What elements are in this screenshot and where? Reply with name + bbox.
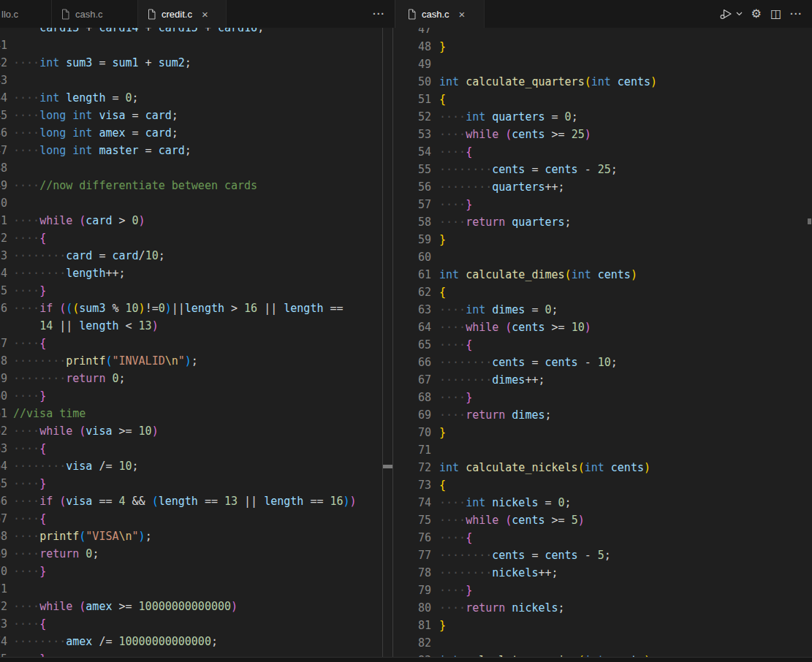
- code-line[interactable]: 65····{: [395, 336, 812, 354]
- code-line[interactable]: 69····return dimes;: [395, 406, 812, 424]
- code-line[interactable]: 75····while (cents >= 5): [395, 511, 812, 529]
- code-line[interactable]: 53········card = card/10;: [0, 247, 382, 265]
- code-line[interactable]: 61int calculate_dimes(int cents): [395, 266, 812, 284]
- code-line[interactable]: 44····int length = 0;: [0, 89, 382, 107]
- line-number: 76: [395, 529, 431, 547]
- editor-pane-credit-c[interactable]: card13 + card14 + card15 + card16;4142··…: [0, 28, 382, 657]
- code-line[interactable]: 73{: [395, 476, 812, 494]
- code-line[interactable]: 59}: [395, 231, 812, 248]
- run-icon: [719, 8, 734, 20]
- code-line[interactable]: 59········return 0;: [0, 370, 382, 387]
- code-line[interactable]: 43: [0, 72, 382, 89]
- code-line[interactable]: 52····int quarters = 0;: [395, 108, 812, 126]
- code-line[interactable]: 58····return quarters;: [395, 213, 812, 231]
- code-line[interactable]: 82: [395, 634, 812, 652]
- code-line[interactable]: 69····return 0;: [0, 545, 382, 563]
- line-number: 82: [395, 634, 431, 652]
- code-line[interactable]: 72int calculate_nickels(int cents): [395, 459, 812, 476]
- code-line[interactable]: 55····}: [0, 282, 382, 300]
- code-line[interactable]: 68····}: [395, 389, 812, 406]
- code-line[interactable]: 68····printf("VISA\n");: [0, 528, 382, 545]
- code-line[interactable]: 75····}: [0, 650, 382, 657]
- code-line[interactable]: 60: [395, 248, 812, 266]
- tab-group-right: cash.c × ⚙ ◫ ···: [395, 0, 812, 28]
- code-line[interactable]: 64········visa /= 10;: [0, 457, 382, 475]
- code-line[interactable]: 57····{: [0, 335, 382, 352]
- code-line[interactable]: 49: [395, 56, 812, 73]
- overview-ruler[interactable]: [382, 28, 393, 657]
- code-line[interactable]: 51{: [395, 91, 812, 108]
- code-line[interactable]: 56····if (((sum3 % 10)!=0)||length > 16 …: [0, 300, 382, 317]
- code-line[interactable]: 56········quarters++;: [395, 178, 812, 196]
- code-line[interactable]: 61//visa time: [0, 405, 382, 422]
- code-line[interactable]: 71: [395, 441, 812, 459]
- more-actions-button[interactable]: ···: [790, 8, 802, 20]
- settings-gear-button[interactable]: ⚙: [751, 8, 762, 20]
- code-line[interactable]: 74········amex /= 10000000000000;: [0, 633, 382, 650]
- code-line[interactable]: 63····{: [0, 440, 382, 457]
- code-line[interactable]: 47: [395, 28, 812, 38]
- line-number: 46: [0, 124, 7, 142]
- code-line[interactable]: 67········dimes++;: [395, 371, 812, 389]
- close-icon[interactable]: ×: [459, 9, 466, 20]
- scrollbar-marker-right: [808, 218, 811, 224]
- code-line[interactable]: 67····{: [0, 510, 382, 528]
- code-line[interactable]: 53····while (cents >= 25): [395, 126, 812, 143]
- code-line[interactable]: 71: [0, 580, 382, 598]
- close-icon[interactable]: ×: [202, 9, 208, 20]
- more-actions-button[interactable]: ···: [373, 8, 385, 20]
- run-debug-button[interactable]: [719, 8, 743, 20]
- code-line[interactable]: 54····{: [395, 143, 812, 161]
- code-line[interactable]: 57····}: [395, 196, 812, 213]
- code-line[interactable]: 74····int nickels = 0;: [395, 494, 812, 511]
- code-line[interactable]: 46····long int amex = card;: [0, 124, 382, 142]
- line-number: 83: [395, 652, 431, 657]
- code-line[interactable]: 50: [0, 194, 382, 212]
- code-line[interactable]: 77········cents = cents - 5;: [395, 547, 812, 564]
- code-line[interactable]: 62····while (visa >= 10): [0, 422, 382, 440]
- code-line[interactable]: 60····}: [0, 387, 382, 405]
- code-line[interactable]: 51····while (card > 0): [0, 212, 382, 229]
- code-line[interactable]: 55········cents = cents - 25;: [395, 161, 812, 178]
- code-line[interactable]: 64····while (cents >= 10): [395, 319, 812, 336]
- code-line[interactable]: 76····{: [395, 529, 812, 547]
- tab-hello-c[interactable]: llo.c: [0, 0, 52, 28]
- code-line[interactable]: 52····{: [0, 229, 382, 247]
- code-line[interactable]: 72····while (amex >= 10000000000000): [0, 598, 382, 615]
- code-line[interactable]: 62{: [395, 284, 812, 301]
- code-line[interactable]: 42····int sum3 = sum1 + sum2;: [0, 54, 382, 72]
- code-line[interactable]: 78········nickels++;: [395, 564, 812, 582]
- line-number: 65: [395, 336, 431, 354]
- code-line[interactable]: 47····long int master = card;: [0, 142, 382, 159]
- code-line[interactable]: 81}: [395, 617, 812, 634]
- code-line[interactable]: 45····long int visa = card;: [0, 107, 382, 124]
- tab-cash-c-right[interactable]: cash.c ×: [395, 0, 485, 28]
- code-line[interactable]: 54········length++;: [0, 265, 382, 282]
- code-line[interactable]: 66········cents = cents - 10;: [395, 354, 812, 371]
- line-number: 44: [0, 89, 7, 107]
- code-line[interactable]: 73····{: [0, 615, 382, 633]
- code-line[interactable]: 48}: [395, 38, 812, 56]
- tab-credit-c[interactable]: credit.c ×: [138, 0, 227, 28]
- code-line[interactable]: 79····}: [395, 582, 812, 599]
- code-line[interactable]: 58········printf("INVALID\n");: [0, 352, 382, 370]
- code-line[interactable]: 83int calculate_pennies(int cents): [395, 652, 812, 657]
- bottom-strip: [0, 657, 812, 662]
- code-line[interactable]: 63····int dimes = 0;: [395, 301, 812, 319]
- code-line[interactable]: 70}: [395, 424, 812, 441]
- code-line[interactable]: 80····return nickels;: [395, 599, 812, 617]
- code-line[interactable]: 14 || length < 13): [0, 317, 382, 335]
- line-number: 64: [0, 457, 7, 475]
- split-editor-button[interactable]: ◫: [770, 8, 781, 20]
- code-line[interactable]: card13 + card14 + card15 + card16;: [0, 28, 382, 37]
- editor-pane-cash-c[interactable]: 4748}4950int calculate_quarters(int cent…: [395, 28, 812, 657]
- line-number: 69: [395, 406, 431, 424]
- code-line[interactable]: 50int calculate_quarters(int cents): [395, 73, 812, 91]
- code-line[interactable]: 48: [0, 159, 382, 177]
- code-line[interactable]: 41: [0, 37, 382, 54]
- code-line[interactable]: 70····}: [0, 563, 382, 580]
- code-line[interactable]: 66····if (visa == 4 && (length == 13 || …: [0, 492, 382, 510]
- code-line[interactable]: 49····//now differentiate between cards: [0, 177, 382, 194]
- tab-cash-c-left[interactable]: cash.c: [52, 0, 138, 28]
- code-line[interactable]: 65····}: [0, 475, 382, 492]
